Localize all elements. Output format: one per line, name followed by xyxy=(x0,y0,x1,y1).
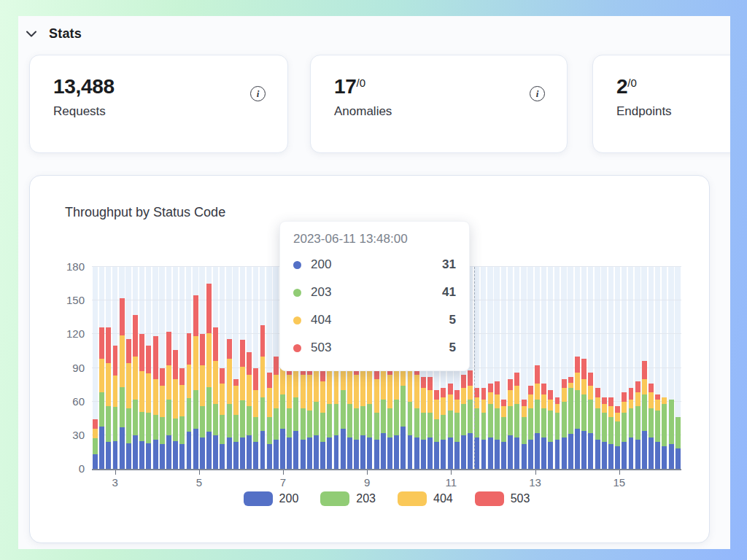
bar-segment-503[interactable] xyxy=(575,357,580,373)
bar-segment-200[interactable] xyxy=(495,440,500,469)
bar-segment-200[interactable] xyxy=(642,431,647,469)
bar-segment-200[interactable] xyxy=(187,432,192,469)
bar-segment-200[interactable] xyxy=(669,444,674,469)
bar-segment-200[interactable] xyxy=(179,444,185,469)
bar-segment-503[interactable] xyxy=(568,377,573,383)
bar[interactable] xyxy=(274,357,279,469)
bar-segment-404[interactable] xyxy=(588,386,593,399)
bar-segment-404[interactable] xyxy=(160,386,165,417)
bar-segment-404[interactable] xyxy=(320,381,325,413)
bar-segment-203[interactable] xyxy=(555,413,560,440)
bar-segment-203[interactable] xyxy=(120,387,125,427)
bar[interactable] xyxy=(434,390,439,469)
bar-segment-503[interactable] xyxy=(608,397,614,406)
bar-segment-203[interactable] xyxy=(522,417,527,444)
bar-segment-200[interactable] xyxy=(602,442,607,469)
bar-segment-404[interactable] xyxy=(247,375,252,406)
bar-segment-200[interactable] xyxy=(267,444,272,469)
bar-segment-203[interactable] xyxy=(240,400,245,438)
bar[interactable] xyxy=(441,388,446,469)
bar-segment-404[interactable] xyxy=(153,379,158,415)
bar-segment-203[interactable] xyxy=(274,408,279,440)
bar-segment-203[interactable] xyxy=(293,397,298,431)
bar-segment-203[interactable] xyxy=(173,419,178,441)
bar[interactable] xyxy=(615,406,620,469)
bar-segment-503[interactable] xyxy=(193,295,198,337)
bar-segment-503[interactable] xyxy=(649,384,654,392)
bar-segment-404[interactable] xyxy=(220,384,225,415)
bar-segment-200[interactable] xyxy=(347,438,352,469)
bar-segment-200[interactable] xyxy=(676,448,681,469)
bar-segment-200[interactable] xyxy=(474,438,479,469)
bar-segment-404[interactable] xyxy=(166,365,171,399)
bar-segment-203[interactable] xyxy=(381,400,386,433)
bar-segment-404[interactable] xyxy=(514,386,519,404)
bar-segment-203[interactable] xyxy=(220,415,225,444)
bar-segment-200[interactable] xyxy=(126,443,131,469)
bar-segment-203[interactable] xyxy=(206,387,212,432)
bar-segment-200[interactable] xyxy=(287,438,292,469)
bar-segment-200[interactable] xyxy=(314,435,319,469)
bar-segment-203[interactable] xyxy=(280,394,285,428)
bar[interactable] xyxy=(99,327,104,469)
bar-segment-203[interactable] xyxy=(126,408,131,443)
bar-segment-404[interactable] xyxy=(575,373,580,391)
bar-segment-503[interactable] xyxy=(146,346,151,373)
bar-segment-200[interactable] xyxy=(274,440,279,469)
bar-segment-200[interactable] xyxy=(468,433,473,469)
bar-segment-200[interactable] xyxy=(354,440,359,469)
bar-segment-503[interactable] xyxy=(93,419,98,428)
bar-segment-404[interactable] xyxy=(113,376,118,407)
bar[interactable] xyxy=(374,361,379,469)
bar-segment-404[interactable] xyxy=(635,392,640,405)
bar[interactable] xyxy=(206,284,212,469)
bar-segment-200[interactable] xyxy=(655,442,660,469)
bar-segment-404[interactable] xyxy=(253,390,258,417)
bar-segment-200[interactable] xyxy=(233,442,239,469)
bar-segment-503[interactable] xyxy=(474,388,479,397)
legend-item-203[interactable]: 203 xyxy=(320,491,376,506)
bar-segment-200[interactable] xyxy=(408,435,413,469)
bar-segment-200[interactable] xyxy=(146,443,151,469)
bar-segment-203[interactable] xyxy=(146,413,151,443)
bar-segment-203[interactable] xyxy=(153,415,158,440)
bar-segment-404[interactable] xyxy=(227,359,232,404)
bar-segment-203[interactable] xyxy=(287,408,292,438)
legend-item-404[interactable]: 404 xyxy=(398,491,453,506)
bar-segment-203[interactable] xyxy=(528,408,533,440)
bar[interactable] xyxy=(187,333,192,469)
bar-segment-404[interactable] xyxy=(615,413,620,421)
bar-segment-203[interactable] xyxy=(635,406,640,440)
bar-segment-203[interactable] xyxy=(649,408,654,438)
bar[interactable] xyxy=(120,298,125,469)
bar-segment-503[interactable] xyxy=(635,381,640,392)
bar[interactable] xyxy=(133,315,138,469)
bar-segment-200[interactable] xyxy=(394,435,399,469)
bar-segment-200[interactable] xyxy=(253,442,258,469)
bar-segment-203[interactable] xyxy=(267,417,272,444)
bar-segment-203[interactable] xyxy=(387,408,392,438)
bar-segment-503[interactable] xyxy=(622,392,627,401)
bar-segment-200[interactable] xyxy=(227,438,232,469)
bar[interactable] xyxy=(139,334,144,469)
bar-segment-200[interactable] xyxy=(461,435,466,469)
bar-segment-404[interactable] xyxy=(387,375,392,408)
bar-segment-503[interactable] xyxy=(454,390,460,399)
bar[interactable] xyxy=(514,373,519,469)
bar-segment-503[interactable] xyxy=(267,373,272,389)
bar-segment-200[interactable] xyxy=(93,454,98,469)
bar-segment-200[interactable] xyxy=(320,442,325,469)
bar-segment-203[interactable] xyxy=(421,413,426,440)
bar[interactable] xyxy=(508,379,513,469)
bar-segment-200[interactable] xyxy=(562,438,567,469)
bar-segment-200[interactable] xyxy=(193,429,198,469)
bar-segment-200[interactable] xyxy=(334,435,339,469)
bar-segment-203[interactable] xyxy=(187,398,192,432)
bar[interactable] xyxy=(562,379,567,469)
bar-segment-200[interactable] xyxy=(622,442,627,469)
bar-segment-203[interactable] xyxy=(448,411,453,438)
bar-segment-203[interactable] xyxy=(106,406,111,442)
bar-segment-203[interactable] xyxy=(434,419,439,442)
bar-segment-404[interactable] xyxy=(200,365,205,405)
bar-segment-503[interactable] xyxy=(179,368,185,385)
